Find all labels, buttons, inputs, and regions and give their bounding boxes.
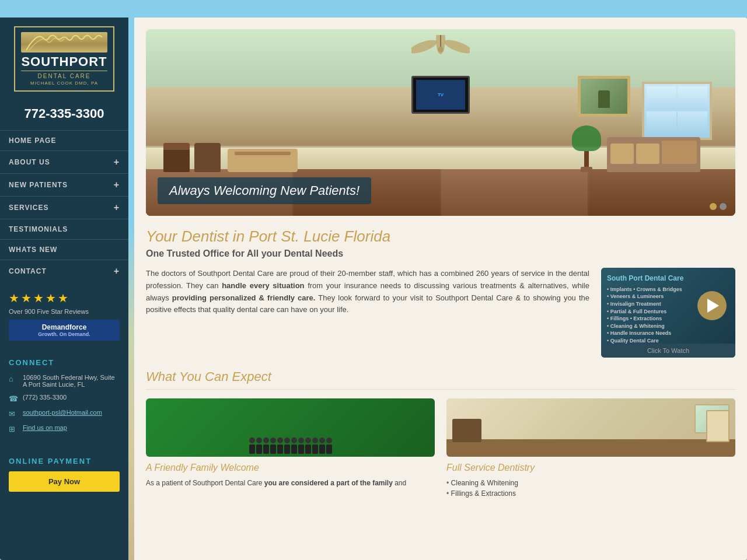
hero-section: TV xyxy=(146,29,735,216)
dentistry-bullet-list: Cleaning & Whitening Fillings & Extracti… xyxy=(446,478,735,499)
dentist-title: Your Dentist in Port St. Lucie Florida xyxy=(146,228,735,246)
nav-item-whats-new[interactable]: WHATS NEW xyxy=(0,239,128,260)
reviews-count: Over 900 Five Star Reviews xyxy=(9,308,120,315)
expect-section: What You Can Expect xyxy=(146,369,735,499)
home-icon: ⌂ xyxy=(9,374,18,383)
phone-number[interactable]: 772-335-3300 xyxy=(0,97,128,127)
nav-item-new-patients[interactable]: NEW PATIENTS + xyxy=(0,173,128,196)
hero-dot-2[interactable] xyxy=(720,203,727,210)
logo-doctor: MICHAEL COOK DMD, PA xyxy=(21,80,107,86)
intro-text: The doctors of Southport Dental Care are… xyxy=(146,268,589,358)
contact-expand-icon: + xyxy=(114,266,120,276)
bullet-item-1: Cleaning & Whitening xyxy=(446,478,735,488)
hero-dots[interactable] xyxy=(710,203,727,210)
demandforce-name: Demandforce xyxy=(15,323,114,331)
new-patients-expand-icon: + xyxy=(114,180,120,190)
reviews-area: ★ ★ ★ ★ ★ Over 900 Five Star Reviews Dem… xyxy=(0,282,128,349)
video-play-button[interactable] xyxy=(697,291,727,320)
connect-map[interactable]: ⊞ Find us on map xyxy=(9,424,120,433)
video-cta[interactable]: Click To Watch xyxy=(601,344,735,358)
welcome-card-title: A Friendly Family Welcome xyxy=(146,463,435,473)
about-expand-icon: + xyxy=(114,157,120,167)
dentistry-card-title: Full Service Dentistry xyxy=(446,463,735,473)
expect-cards-row: A Friendly Family Welcome As a patient o… xyxy=(146,398,735,499)
logo-box: SOUTHPORT DENTAL CARE MICHAEL COOK DMD, … xyxy=(14,26,114,92)
nav-item-about[interactable]: ABOUT US + xyxy=(0,150,128,173)
map-icon: ⊞ xyxy=(9,425,18,433)
email-icon: ✉ xyxy=(9,410,18,418)
hero-caption: Always Welcoming New Patients! xyxy=(158,177,371,204)
video-thumbnail[interactable]: South Port Dental Care • Implants • Crow… xyxy=(601,268,735,358)
welcome-card-text: As a patient of Southport Dental Care yo… xyxy=(146,478,435,488)
logo-title: SOUTHPORT xyxy=(21,55,107,69)
dental-office-photo xyxy=(446,398,735,457)
star-2: ★ xyxy=(21,291,32,305)
phone-icon: ☎ xyxy=(9,394,18,403)
intro-content-row: The doctors of Southport Dental Care are… xyxy=(146,268,735,358)
expect-card-welcome: A Friendly Family Welcome As a patient o… xyxy=(146,398,435,499)
nav-item-services[interactable]: SERVICES + xyxy=(0,196,128,219)
logo-subtitle: DENTAL CARE xyxy=(21,71,107,79)
team-photo xyxy=(146,398,435,457)
services-expand-icon: + xyxy=(114,202,120,213)
payment-title: ONLINE PAYMENT xyxy=(9,457,120,466)
star-rating: ★ ★ ★ ★ ★ xyxy=(9,291,120,305)
connect-address: ⌂ 10690 South Federal Hwy, Suite A Port … xyxy=(9,374,120,388)
star-3: ★ xyxy=(33,291,44,305)
star-5: ★ xyxy=(58,291,68,305)
demandforce-tagline: Growth. On Demand. xyxy=(15,331,114,337)
dentist-subtitle: One Trusted Office for All your Dental N… xyxy=(146,249,735,259)
bullet-item-2: Fillings & Extractions xyxy=(446,488,735,499)
payment-section: ONLINE PAYMENT Pay Now xyxy=(0,448,128,501)
connect-phone: ☎ (772) 335-3300 xyxy=(9,394,120,403)
dentist-section: Your Dentist in Port St. Lucie Florida O… xyxy=(146,228,735,358)
hero-dot-1[interactable] xyxy=(710,203,717,210)
video-inner[interactable]: South Port Dental Care • Implants • Crow… xyxy=(601,268,735,344)
connect-section: CONNECT ⌂ 10690 South Federal Hwy, Suite… xyxy=(0,349,128,448)
sidebar: SOUTHPORT DENTAL CARE MICHAEL COOK DMD, … xyxy=(0,18,128,560)
nav-item-contact[interactable]: CONTACT + xyxy=(0,260,128,282)
pay-now-button[interactable]: Pay Now xyxy=(9,471,120,492)
star-4: ★ xyxy=(46,291,56,305)
connect-email[interactable]: ✉ southport-psl@Hotmail.com xyxy=(9,409,120,418)
main-content: TV xyxy=(134,18,747,560)
star-1: ★ xyxy=(9,291,19,305)
team-silhouettes xyxy=(249,438,332,454)
play-triangle-icon xyxy=(707,299,719,313)
expect-card-dentistry: Full Service Dentistry Cleaning & Whiten… xyxy=(446,398,735,499)
svg-point-2 xyxy=(443,37,470,56)
video-overlay: South Port Dental Care • Implants • Crow… xyxy=(607,274,683,345)
logo-area[interactable]: SOUTHPORT DENTAL CARE MICHAEL COOK DMD, … xyxy=(0,18,128,97)
connect-title: CONNECT xyxy=(9,358,120,367)
nav-menu: HOME PAGE ABOUT US + NEW PATIENTS + SERV… xyxy=(0,130,128,282)
nav-item-testimonials[interactable]: TESTIMONIALS xyxy=(0,219,128,239)
svg-point-1 xyxy=(411,37,438,56)
demandforce-badge[interactable]: Demandforce Growth. On Demand. xyxy=(9,320,120,341)
nav-item-home[interactable]: HOME PAGE xyxy=(0,130,128,150)
expect-title: What You Can Expect xyxy=(146,369,735,390)
